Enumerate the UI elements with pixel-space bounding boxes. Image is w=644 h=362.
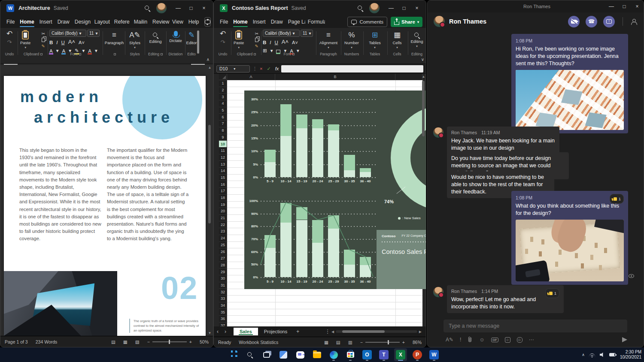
projection-card[interactable]: Contoso FY 22 Company Over Contoso Sales… <box>377 230 426 289</box>
zoom-level[interactable]: 50% <box>200 339 209 344</box>
row-header-15[interactable]: 15 <box>219 175 227 181</box>
page-layout-view-button[interactable]: ▤ <box>336 340 340 345</box>
grow-font-button[interactable]: A˄ <box>282 39 289 45</box>
print-layout-button[interactable]: ▦ <box>123 339 128 344</box>
row-header-5[interactable]: 5 <box>219 107 227 114</box>
menu-tab-insert[interactable]: Insert <box>37 17 55 27</box>
bold-button[interactable]: B <box>49 40 53 45</box>
italic-button[interactable]: I <box>56 40 58 45</box>
hscroll-thumb[interactable] <box>342 330 385 333</box>
taskbar-task-view-button[interactable] <box>260 348 273 361</box>
row-header-12[interactable]: 12 <box>219 154 227 161</box>
font-dialog-launcher[interactable] <box>292 53 295 55</box>
account-avatar[interactable] <box>369 3 380 13</box>
editing-button[interactable]: Editing▾ Editing <box>409 30 425 57</box>
menu-tab-refere[interactable]: Refere <box>112 17 131 27</box>
close-button[interactable]: × <box>410 2 423 15</box>
grow-font-button[interactable]: A˄ <box>68 39 75 45</box>
formula-input[interactable] <box>281 65 423 72</box>
menu-tab-layout[interactable]: Layout <box>92 17 112 27</box>
styles-button[interactable]: A✎ Styles▾ Styles <box>127 30 143 57</box>
building-facade-image[interactable] <box>516 70 624 130</box>
menu-tab-mailin[interactable]: Mailin <box>131 17 150 27</box>
comments-button[interactable]: Comments <box>347 17 387 27</box>
font-size-select[interactable]: 11▾ <box>87 30 100 37</box>
document-page[interactable]: modern architecture This style began to … <box>4 76 206 336</box>
scrollbar-thumb[interactable] <box>422 81 425 136</box>
taskbar-search-button[interactable] <box>243 348 256 361</box>
row-header-7[interactable]: 7 <box>219 121 227 127</box>
copy-button[interactable] <box>255 38 258 42</box>
taskbar-widgets-button[interactable] <box>277 348 290 361</box>
compose-box[interactable] <box>444 320 627 332</box>
clipboard-dialog-launcher[interactable] <box>254 53 256 55</box>
menu-tab-review[interactable]: Review <box>150 17 170 27</box>
battery-icon[interactable] <box>609 353 616 356</box>
taskbar-word-button[interactable]: W <box>428 348 440 361</box>
tray-overflow-chevron-icon[interactable]: ∧ <box>582 353 585 357</box>
menu-tab-insert[interactable]: Insert <box>250 17 268 27</box>
row-header-25[interactable]: 25 <box>219 242 227 249</box>
send-icon[interactable] <box>622 337 627 342</box>
gif-icon[interactable]: GIF <box>491 338 498 342</box>
font-name-select[interactable]: Calibri (Body)▾ <box>263 30 300 37</box>
row-header-22[interactable]: 22 <box>219 221 227 228</box>
taskbar-chat-button[interactable] <box>294 348 307 361</box>
taskbar-excel-button[interactable]: X <box>394 348 407 361</box>
taskbar-edge-button[interactable] <box>327 348 340 361</box>
received-message-4[interactable]: 1 Ron Thames1:14 PM Wow, perfect! Let me… <box>447 285 564 313</box>
scroll-down-icon[interactable]: ▼ <box>207 331 212 335</box>
taskbar-store-button[interactable] <box>344 348 357 361</box>
reaction-badge[interactable]: 1 <box>545 288 559 298</box>
contact-avatar[interactable] <box>433 287 444 297</box>
video-call-button[interactable] <box>568 16 580 27</box>
share-button[interactable]: Share▾ <box>391 17 422 27</box>
sticker-icon[interactable]: ☺ <box>505 337 510 343</box>
row-header-4[interactable]: 4 <box>219 100 227 107</box>
screen-share-button[interactable]: ↑ <box>603 16 615 27</box>
number-button[interactable]: % Number▾ Numbers <box>342 30 361 57</box>
excel-vertical-scrollbar[interactable]: ▲ <box>421 74 426 326</box>
wifi-icon[interactable] <box>589 352 595 357</box>
clipboard-dialog-launcher[interactable] <box>40 53 43 55</box>
row-header-11[interactable]: 11 <box>219 148 227 154</box>
row-header-31[interactable]: 31 <box>219 282 227 289</box>
taskbar-teams-button[interactable]: T <box>377 348 390 361</box>
comments-button[interactable] <box>204 17 211 27</box>
row-header-10[interactable]: 10 <box>219 141 227 148</box>
font-dialog-launcher[interactable] <box>79 53 81 55</box>
name-box[interactable]: D10▾ <box>216 65 250 72</box>
scroll-up-icon[interactable]: ▲ <box>207 66 212 69</box>
attach-icon[interactable] <box>468 336 473 344</box>
prev-sheet-icon[interactable]: ‹ <box>214 329 222 335</box>
received-message-1[interactable]: Ron Thames11:19 AM Hey Jack. We have bee… <box>447 127 559 154</box>
row-header-20[interactable]: 20 <box>219 208 227 215</box>
row-header-6[interactable]: 6 <box>219 114 227 121</box>
column-header-A[interactable]: A <box>227 74 275 80</box>
account-avatar[interactable] <box>156 3 167 13</box>
redo-button[interactable]: ↷ <box>2 38 17 47</box>
underline-button[interactable]: U <box>275 40 278 45</box>
menu-tab-home[interactable]: Home <box>17 17 36 27</box>
column-header-B[interactable]: B <box>275 74 395 80</box>
row-header-2[interactable]: 2 <box>219 87 227 94</box>
meet-now-icon[interactable]: ⊡ <box>517 337 522 343</box>
sent-message-1[interactable]: 1:08 PM Hi Ron, I've been working on som… <box>511 34 628 133</box>
row-header-36[interactable]: 36 <box>219 316 227 323</box>
scroll-left-icon[interactable]: ◀ <box>331 330 334 334</box>
confirm-entry-icon[interactable]: ✓ <box>267 66 270 72</box>
row-header-23[interactable]: 23 <box>219 228 227 235</box>
row-header-35[interactable]: 35 <box>219 309 227 316</box>
more-options-icon[interactable]: ⋯ <box>529 337 534 343</box>
italic-button[interactable]: I <box>270 40 271 45</box>
copy-button[interactable] <box>42 38 45 42</box>
sheet-tab-projections[interactable]: Projections <box>258 328 293 335</box>
read-mode-button[interactable]: ▤ <box>111 339 115 344</box>
row-header-18[interactable]: 18 <box>219 195 227 202</box>
collapse-ribbon-chevron[interactable]: ∨ <box>421 57 424 62</box>
scroll-up-icon[interactable]: ▲ <box>421 75 426 78</box>
row-header-19[interactable]: 19 <box>219 201 227 208</box>
menu-tab-design[interactable]: Design <box>72 17 92 27</box>
row-header-8[interactable]: 8 <box>219 127 227 134</box>
search-icon[interactable] <box>144 5 150 11</box>
